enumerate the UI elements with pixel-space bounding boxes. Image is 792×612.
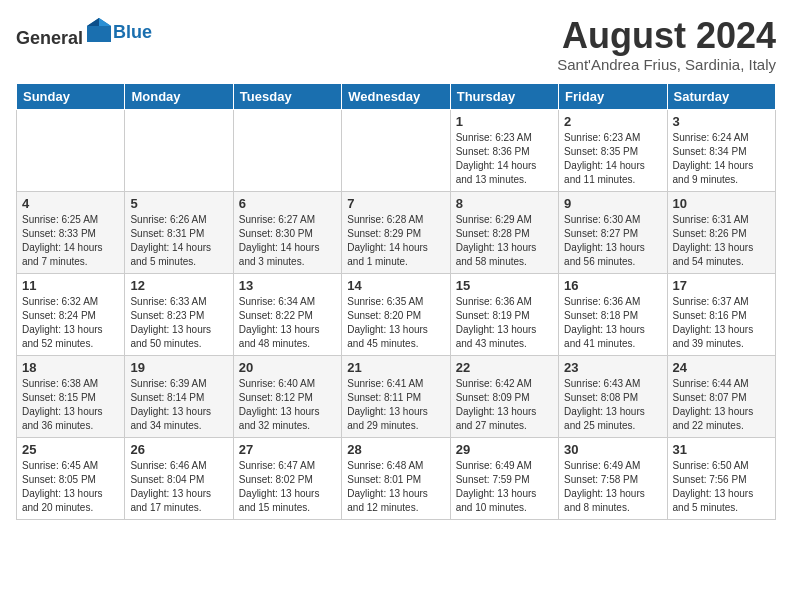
weekday-header: Friday	[559, 83, 667, 109]
day-detail: Sunrise: 6:24 AM Sunset: 8:34 PM Dayligh…	[673, 131, 770, 187]
calendar-cell: 8Sunrise: 6:29 AM Sunset: 8:28 PM Daylig…	[450, 191, 558, 273]
day-number: 7	[347, 196, 444, 211]
calendar-body: 1Sunrise: 6:23 AM Sunset: 8:36 PM Daylig…	[17, 109, 776, 519]
logo-text-general: General	[16, 28, 83, 48]
day-detail: Sunrise: 6:44 AM Sunset: 8:07 PM Dayligh…	[673, 377, 770, 433]
day-detail: Sunrise: 6:26 AM Sunset: 8:31 PM Dayligh…	[130, 213, 227, 269]
calendar-cell: 27Sunrise: 6:47 AM Sunset: 8:02 PM Dayli…	[233, 437, 341, 519]
weekday-header: Monday	[125, 83, 233, 109]
calendar-cell: 25Sunrise: 6:45 AM Sunset: 8:05 PM Dayli…	[17, 437, 125, 519]
calendar-cell: 26Sunrise: 6:46 AM Sunset: 8:04 PM Dayli…	[125, 437, 233, 519]
day-detail: Sunrise: 6:34 AM Sunset: 8:22 PM Dayligh…	[239, 295, 336, 351]
day-detail: Sunrise: 6:40 AM Sunset: 8:12 PM Dayligh…	[239, 377, 336, 433]
day-number: 9	[564, 196, 661, 211]
day-number: 17	[673, 278, 770, 293]
day-number: 29	[456, 442, 553, 457]
day-detail: Sunrise: 6:28 AM Sunset: 8:29 PM Dayligh…	[347, 213, 444, 269]
day-detail: Sunrise: 6:29 AM Sunset: 8:28 PM Dayligh…	[456, 213, 553, 269]
calendar-cell: 7Sunrise: 6:28 AM Sunset: 8:29 PM Daylig…	[342, 191, 450, 273]
day-detail: Sunrise: 6:49 AM Sunset: 7:59 PM Dayligh…	[456, 459, 553, 515]
day-detail: Sunrise: 6:47 AM Sunset: 8:02 PM Dayligh…	[239, 459, 336, 515]
calendar-cell: 6Sunrise: 6:27 AM Sunset: 8:30 PM Daylig…	[233, 191, 341, 273]
day-detail: Sunrise: 6:42 AM Sunset: 8:09 PM Dayligh…	[456, 377, 553, 433]
day-detail: Sunrise: 6:48 AM Sunset: 8:01 PM Dayligh…	[347, 459, 444, 515]
weekday-header: Sunday	[17, 83, 125, 109]
day-number: 20	[239, 360, 336, 375]
day-number: 18	[22, 360, 119, 375]
day-detail: Sunrise: 6:49 AM Sunset: 7:58 PM Dayligh…	[564, 459, 661, 515]
calendar-cell: 4Sunrise: 6:25 AM Sunset: 8:33 PM Daylig…	[17, 191, 125, 273]
calendar-cell: 24Sunrise: 6:44 AM Sunset: 8:07 PM Dayli…	[667, 355, 775, 437]
calendar-table: SundayMondayTuesdayWednesdayThursdayFrid…	[16, 83, 776, 520]
day-detail: Sunrise: 6:23 AM Sunset: 8:35 PM Dayligh…	[564, 131, 661, 187]
calendar-week-row: 4Sunrise: 6:25 AM Sunset: 8:33 PM Daylig…	[17, 191, 776, 273]
day-number: 28	[347, 442, 444, 457]
day-number: 4	[22, 196, 119, 211]
calendar-cell: 14Sunrise: 6:35 AM Sunset: 8:20 PM Dayli…	[342, 273, 450, 355]
calendar-cell: 21Sunrise: 6:41 AM Sunset: 8:11 PM Dayli…	[342, 355, 450, 437]
day-detail: Sunrise: 6:35 AM Sunset: 8:20 PM Dayligh…	[347, 295, 444, 351]
day-number: 30	[564, 442, 661, 457]
day-number: 2	[564, 114, 661, 129]
day-detail: Sunrise: 6:38 AM Sunset: 8:15 PM Dayligh…	[22, 377, 119, 433]
calendar-cell: 30Sunrise: 6:49 AM Sunset: 7:58 PM Dayli…	[559, 437, 667, 519]
title-block: August 2024 Sant'Andrea Frius, Sardinia,…	[557, 16, 776, 73]
day-number: 22	[456, 360, 553, 375]
calendar-cell: 12Sunrise: 6:33 AM Sunset: 8:23 PM Dayli…	[125, 273, 233, 355]
day-number: 3	[673, 114, 770, 129]
calendar-cell	[17, 109, 125, 191]
day-number: 21	[347, 360, 444, 375]
calendar-cell: 9Sunrise: 6:30 AM Sunset: 8:27 PM Daylig…	[559, 191, 667, 273]
day-detail: Sunrise: 6:30 AM Sunset: 8:27 PM Dayligh…	[564, 213, 661, 269]
calendar-cell: 19Sunrise: 6:39 AM Sunset: 8:14 PM Dayli…	[125, 355, 233, 437]
svg-marker-1	[99, 18, 111, 26]
day-detail: Sunrise: 6:23 AM Sunset: 8:36 PM Dayligh…	[456, 131, 553, 187]
day-number: 13	[239, 278, 336, 293]
day-detail: Sunrise: 6:31 AM Sunset: 8:26 PM Dayligh…	[673, 213, 770, 269]
month-title: August 2024	[557, 16, 776, 56]
day-number: 27	[239, 442, 336, 457]
day-number: 15	[456, 278, 553, 293]
day-number: 8	[456, 196, 553, 211]
calendar-cell	[233, 109, 341, 191]
calendar-cell: 31Sunrise: 6:50 AM Sunset: 7:56 PM Dayli…	[667, 437, 775, 519]
calendar-cell	[125, 109, 233, 191]
calendar-cell: 3Sunrise: 6:24 AM Sunset: 8:34 PM Daylig…	[667, 109, 775, 191]
day-detail: Sunrise: 6:50 AM Sunset: 7:56 PM Dayligh…	[673, 459, 770, 515]
calendar-cell: 17Sunrise: 6:37 AM Sunset: 8:16 PM Dayli…	[667, 273, 775, 355]
svg-marker-2	[87, 18, 99, 26]
calendar-cell: 2Sunrise: 6:23 AM Sunset: 8:35 PM Daylig…	[559, 109, 667, 191]
day-number: 1	[456, 114, 553, 129]
calendar-week-row: 11Sunrise: 6:32 AM Sunset: 8:24 PM Dayli…	[17, 273, 776, 355]
weekday-header: Tuesday	[233, 83, 341, 109]
logo: General Blue	[16, 16, 152, 49]
calendar-cell: 29Sunrise: 6:49 AM Sunset: 7:59 PM Dayli…	[450, 437, 558, 519]
day-number: 23	[564, 360, 661, 375]
day-detail: Sunrise: 6:36 AM Sunset: 8:19 PM Dayligh…	[456, 295, 553, 351]
day-number: 24	[673, 360, 770, 375]
weekday-header: Thursday	[450, 83, 558, 109]
calendar-cell: 1Sunrise: 6:23 AM Sunset: 8:36 PM Daylig…	[450, 109, 558, 191]
calendar-cell: 28Sunrise: 6:48 AM Sunset: 8:01 PM Dayli…	[342, 437, 450, 519]
calendar-week-row: 18Sunrise: 6:38 AM Sunset: 8:15 PM Dayli…	[17, 355, 776, 437]
day-number: 16	[564, 278, 661, 293]
day-number: 19	[130, 360, 227, 375]
day-detail: Sunrise: 6:36 AM Sunset: 8:18 PM Dayligh…	[564, 295, 661, 351]
location-title: Sant'Andrea Frius, Sardinia, Italy	[557, 56, 776, 73]
day-detail: Sunrise: 6:43 AM Sunset: 8:08 PM Dayligh…	[564, 377, 661, 433]
day-number: 14	[347, 278, 444, 293]
calendar-cell: 23Sunrise: 6:43 AM Sunset: 8:08 PM Dayli…	[559, 355, 667, 437]
day-detail: Sunrise: 6:32 AM Sunset: 8:24 PM Dayligh…	[22, 295, 119, 351]
day-detail: Sunrise: 6:37 AM Sunset: 8:16 PM Dayligh…	[673, 295, 770, 351]
calendar-week-row: 1Sunrise: 6:23 AM Sunset: 8:36 PM Daylig…	[17, 109, 776, 191]
day-detail: Sunrise: 6:41 AM Sunset: 8:11 PM Dayligh…	[347, 377, 444, 433]
logo-text-blue: Blue	[113, 22, 152, 43]
weekday-header: Wednesday	[342, 83, 450, 109]
calendar-header: SundayMondayTuesdayWednesdayThursdayFrid…	[17, 83, 776, 109]
day-detail: Sunrise: 6:46 AM Sunset: 8:04 PM Dayligh…	[130, 459, 227, 515]
day-number: 31	[673, 442, 770, 457]
day-detail: Sunrise: 6:33 AM Sunset: 8:23 PM Dayligh…	[130, 295, 227, 351]
day-detail: Sunrise: 6:27 AM Sunset: 8:30 PM Dayligh…	[239, 213, 336, 269]
day-detail: Sunrise: 6:39 AM Sunset: 8:14 PM Dayligh…	[130, 377, 227, 433]
calendar-cell: 22Sunrise: 6:42 AM Sunset: 8:09 PM Dayli…	[450, 355, 558, 437]
